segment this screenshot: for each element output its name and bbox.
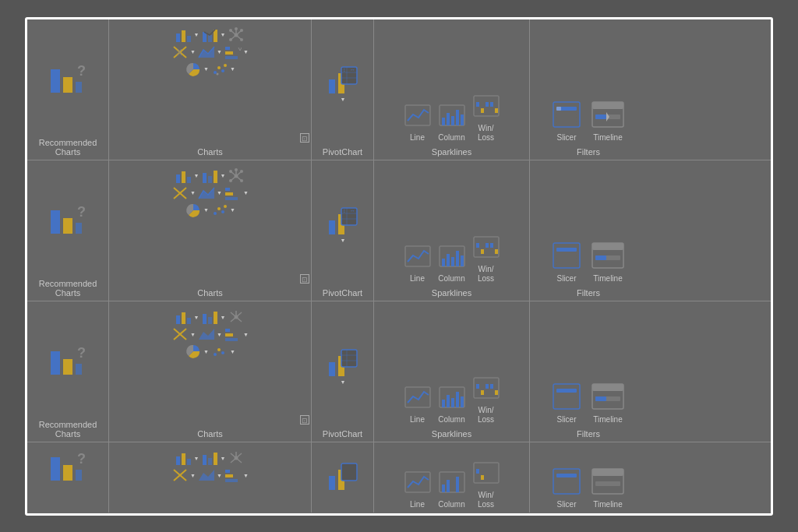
charts-expand-icon-2[interactable]: ⊡ [300,274,309,284]
recommended-charts-icon[interactable]: ? [48,26,88,135]
filters-label: Filters [577,147,600,158]
pivotchart-button-3[interactable]: ▼ [327,348,358,385]
svg-point-91 [214,212,217,215]
sparkline-winloss-button-2[interactable]: Win/ Loss [472,235,500,284]
svg-rect-50 [486,102,489,107]
svg-rect-164 [486,384,489,389]
svg-rect-90 [225,197,238,200]
sparkline-line-button-4[interactable]: Line [404,470,432,509]
recommended-charts-icon-2[interactable]: ? [48,167,88,276]
timeline-button-3[interactable]: Timeline [591,382,625,425]
timeline-label-2: Timeline [593,274,622,284]
svg-rect-201 [405,472,430,492]
svg-rect-56 [556,114,577,118]
column-chart-button[interactable]: ▼ [175,27,200,43]
sparkline-column-button[interactable]: Column [438,104,466,143]
svg-rect-118 [556,255,577,259]
svg-rect-27 [225,56,238,59]
slicer-button-4[interactable]: Slicer [552,467,581,509]
recommended-charts-icon-3[interactable]: ? [48,308,88,417]
svg-rect-171 [556,403,577,407]
svg-text:↕: ↕ [343,67,346,72]
sparkline-winloss-button-4[interactable]: Win/ Loss [472,461,500,509]
svg-rect-184 [208,458,212,465]
pie-chart-button-3[interactable] [228,309,245,325]
section-charts-3: ▼ ▼ ▼ [109,301,312,442]
line-chart-button-2[interactable]: ▼ [202,168,226,184]
column-chart-button-2[interactable]: ▼ [175,168,200,184]
svg-rect-149 [329,362,335,376]
svg-rect-133 [214,312,217,324]
svg-point-17 [229,38,232,41]
svg-rect-131 [203,314,207,324]
svg-rect-113 [490,243,493,248]
sparkline-winloss-button[interactable]: Win/ Loss [472,94,500,143]
column-chart-button-3[interactable]: ▼ [175,309,200,325]
scatter-chart-button-3[interactable]: ▼ [171,326,196,342]
area-chart-button[interactable]: ▼ [198,44,222,60]
pivotchart-button[interactable]: ↕ ↔ ▼ [327,65,358,102]
line-chart-button-4[interactable]: ▼ [202,450,226,466]
slicer-button-3[interactable]: Slicer [552,382,581,425]
sparkline-column-button-2[interactable]: Column [438,245,466,284]
pie-chart-button-2[interactable] [228,168,245,184]
pie-donut-button-2[interactable]: ▼ [185,203,209,218]
svg-rect-49 [476,102,479,107]
scatter-chart-button[interactable]: X ▼ [171,44,196,60]
slicer-button-2[interactable]: Slicer [552,241,581,284]
scatter-dots-button-2[interactable]: ▼ [211,203,235,218]
timeline-button-2[interactable]: Timeline [591,241,625,284]
sparkline-line-button-2[interactable]: Line [404,245,432,284]
svg-rect-95 [329,220,335,234]
sparkline-line-button-3[interactable]: Line [404,386,432,425]
svg-rect-5 [182,30,185,42]
charts-expand-icon[interactable]: ⊡ [300,133,309,143]
svg-point-30 [221,69,224,72]
bar-chart-button[interactable]: ▼ [224,44,249,60]
slicer-button[interactable]: Slicer [552,100,581,143]
pivotchart-button-2[interactable]: ↕ ↔ ▼ [327,206,358,243]
timeline-label-3: Timeline [593,415,622,425]
scatter-dots-button[interactable]: ▼ [211,62,235,77]
area-chart-button-4[interactable]: ▼ [198,467,222,483]
pivotchart-button-4[interactable] [327,462,358,496]
svg-rect-119 [556,262,577,266]
sparkline-column-button-3[interactable]: Column [438,386,466,425]
bar-chart-button-3[interactable]: ▼ [224,326,249,342]
sparkline-line-button[interactable]: Line [404,104,432,143]
recommended-charts-icon-4[interactable]: ? [48,449,88,488]
sparkline-winloss-button-3[interactable]: Win/ Loss [472,376,500,425]
charts-label-2: Charts [197,288,222,299]
svg-rect-205 [456,477,459,492]
sparklines-label-3: Sparklines [432,429,471,440]
timeline-button[interactable]: Timeline [591,100,625,143]
line-chart-button-3[interactable]: ▼ [202,309,226,325]
column-chart-button-4[interactable]: ▼ [175,450,200,466]
charts-expand-icon-3[interactable]: ⊡ [300,415,309,425]
line-chart-button[interactable]: ▼ [202,27,226,43]
scatter-chart-button-4[interactable]: ▼ [171,467,196,483]
svg-rect-57 [556,121,577,125]
filters-content-4: Slicer Timeline [552,447,625,511]
pie-chart-button[interactable] [228,27,245,43]
area-chart-button-3[interactable]: ▼ [198,326,222,342]
scatter-chart-button-2[interactable]: ▼ [171,185,196,201]
svg-rect-123 [595,255,606,260]
section-recommended-charts-3: ? Recommended Charts [27,301,109,442]
area-chart-button-2[interactable]: ▼ [198,185,222,201]
pie-chart-button-4[interactable] [228,450,245,466]
scatter-dots-button-3[interactable]: ▼ [211,344,235,359]
svg-rect-178 [76,470,82,481]
svg-rect-211 [556,481,577,484]
sparkline-column-button-4[interactable]: Column [438,470,466,509]
svg-rect-114 [481,249,484,254]
pivotchart-label: PivotChart [323,147,362,158]
svg-rect-1 [63,77,72,93]
pie-donut-button[interactable]: ▼ [185,62,209,77]
timeline-button-4[interactable]: Timeline [591,467,625,509]
bar-chart-button-2[interactable]: ▼ [224,185,249,201]
pie-donut-button-3[interactable]: ▼ [185,344,209,359]
filters-label-2: Filters [577,288,600,299]
bar-chart-button-4[interactable]: ▼ [224,467,249,483]
svg-point-139 [235,315,238,319]
